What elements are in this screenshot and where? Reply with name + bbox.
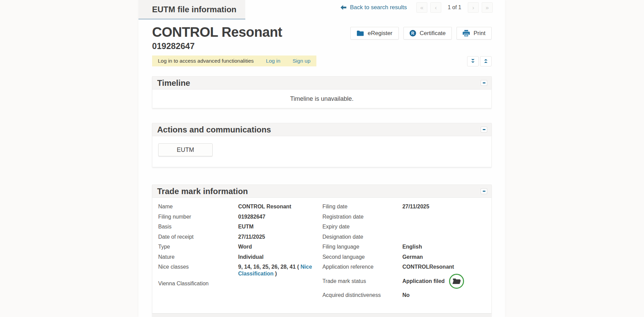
top-strip: EUTM file information Back to search res… — [138, 0, 505, 19]
folder-icon — [357, 30, 364, 36]
table-row: Registration date — [323, 213, 491, 220]
login-message: Log in to access advanced functionalitie… — [158, 58, 254, 64]
field-label: Registration date — [323, 213, 402, 220]
previous-result-button[interactable]: ‹ — [430, 2, 441, 13]
table-row: NatureIndividual — [158, 254, 323, 260]
next-page-icon: › — [472, 5, 474, 11]
field-value: English — [402, 243, 422, 250]
expand-all-button[interactable] — [467, 56, 479, 66]
field-value: EUTM — [238, 223, 253, 230]
table-row: BasisEUTM — [158, 223, 323, 230]
field-label: Filing number — [158, 213, 238, 220]
certificate-button[interactable]: R Certificate — [403, 27, 452, 39]
next-result-button[interactable]: › — [468, 2, 479, 13]
action-buttons: eRegister R Certificate Print — [350, 27, 492, 39]
field-value: CONTROLResonant — [402, 264, 454, 270]
open-folder-status-icon — [449, 274, 464, 289]
filing-number-heading: 019282647 — [152, 41, 282, 51]
eutm-file-panel: EUTM file information Back to search res… — [138, 0, 505, 317]
print-label: Print — [474, 30, 485, 37]
field-label: Trade mark status — [323, 278, 402, 285]
timeline-section: Timeline Timeline is unavailable. — [152, 76, 492, 108]
table-row: Filing number019282647 — [158, 213, 323, 220]
table-row: Designation date — [323, 234, 491, 240]
expand-collapse-group — [467, 56, 492, 66]
timeline-collapse-button[interactable] — [481, 80, 487, 86]
log-in-link[interactable]: Log in — [266, 58, 280, 64]
trademark-info-section: Trade mark information NameCONTROL Reson… — [152, 185, 492, 316]
field-value: 019282647 — [238, 213, 265, 220]
actions-section: Actions and communications EUTM — [152, 123, 492, 167]
login-banner: Log in to access advanced functionalitie… — [152, 56, 316, 66]
eregister-button[interactable]: eRegister — [350, 27, 399, 39]
field-label: Nice classes — [158, 264, 238, 270]
field-value: No — [402, 292, 410, 299]
minus-icon — [483, 129, 485, 130]
table-row: NameCONTROL Resonant — [158, 203, 323, 210]
field-value: CONTROL Resonant — [238, 203, 291, 210]
minus-icon — [483, 82, 485, 83]
field-value: Word — [238, 243, 252, 250]
certificate-label: Certificate — [420, 30, 446, 37]
eregister-label: eRegister — [368, 30, 393, 37]
back-link-label: Back to search results — [350, 4, 407, 11]
result-pager: « ‹ 1 of 1 › » — [416, 2, 493, 13]
last-page-icon: » — [485, 5, 489, 11]
actions-title: Actions and communications — [157, 125, 271, 134]
trademark-info-title: Trade mark information — [157, 187, 248, 196]
page-title: CONTROL Resonant — [152, 24, 282, 40]
table-row: Trade mark statusApplication filed — [323, 274, 491, 289]
field-label: Application reference — [323, 264, 402, 270]
trademark-left-column: NameCONTROL ResonantFiling number0192826… — [158, 203, 323, 316]
actions-section-header: Actions and communications — [152, 123, 492, 136]
field-label: Date of receipt — [158, 234, 238, 240]
tab-eutm-file-information[interactable]: EUTM file information — [138, 0, 245, 19]
result-count: 1 of 1 — [448, 4, 461, 11]
double-chevron-up-icon — [483, 59, 489, 64]
field-label: Nature — [158, 254, 238, 260]
eutm-tab-button[interactable]: EUTM — [158, 143, 213, 156]
table-row: Second languageGerman — [323, 254, 491, 260]
back-to-search-results-link[interactable]: Back to search results — [340, 4, 407, 11]
sign-up-link[interactable]: Sign up — [293, 58, 311, 64]
field-value: 27/11/2025 — [238, 234, 265, 240]
nice-classification-link[interactable]: Nice Classification — [238, 264, 312, 276]
field-value: 9, 14, 16, 25, 26, 28, 41 ( Nice Classif… — [238, 264, 321, 277]
status-text: Application filed — [402, 278, 445, 285]
tab-label: EUTM file information — [152, 5, 236, 14]
field-label: Vienna Classification — [158, 280, 238, 287]
field-label: Filing language — [323, 243, 402, 250]
collapse-all-button[interactable] — [480, 56, 492, 66]
table-row: Application referenceCONTROLResonant — [323, 264, 491, 270]
table-row: Filing languageEnglish — [323, 243, 491, 250]
double-chevron-down-icon — [470, 59, 476, 64]
table-row: Date of receipt27/11/2025 — [158, 234, 323, 240]
table-row: Filing date27/11/2025 — [323, 203, 491, 210]
actions-body: EUTM — [152, 136, 492, 167]
first-result-button[interactable]: « — [416, 2, 427, 13]
table-row: Acquired distinctivenessNo — [323, 292, 491, 299]
timeline-title: Timeline — [157, 78, 190, 88]
field-label: Basis — [158, 223, 238, 230]
login-row: Log in to access advanced functionalitie… — [152, 56, 492, 66]
header-row: CONTROL Resonant 019282647 eRegister R C… — [152, 24, 492, 51]
trademark-collapse-button[interactable] — [481, 188, 487, 194]
table-row: TypeWord — [158, 243, 323, 250]
field-value: Application filed — [402, 274, 464, 289]
field-label: Name — [158, 203, 238, 210]
first-page-icon: « — [420, 5, 423, 11]
results-toolbar: Back to search results « ‹ 1 of 1 › » — [340, 0, 493, 15]
field-value: German — [402, 254, 423, 260]
last-result-button[interactable]: » — [482, 2, 493, 13]
actions-collapse-button[interactable] — [481, 127, 487, 132]
eutm-tab-label: EUTM — [177, 146, 194, 154]
table-row: Expiry date — [323, 223, 491, 230]
field-label: Filing date — [323, 203, 402, 210]
field-label: Expiry date — [323, 223, 402, 230]
next-section-header-partial — [152, 313, 492, 317]
timeline-section-header: Timeline — [152, 76, 492, 90]
field-label: Type — [158, 243, 238, 250]
open-folder-icon — [452, 278, 461, 285]
print-button[interactable]: Print — [457, 27, 492, 39]
table-row: Vienna Classification — [158, 280, 323, 287]
